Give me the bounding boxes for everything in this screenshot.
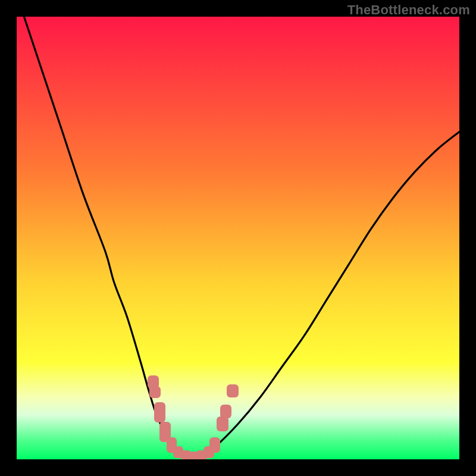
- watermark-text: TheBottleneck.com: [347, 2, 470, 18]
- plot-area: [17, 17, 459, 459]
- data-marker: [217, 416, 228, 431]
- data-marker: [154, 402, 165, 422]
- data-marker: [209, 437, 220, 453]
- data-marker: [220, 405, 231, 418]
- data-marker: [227, 384, 238, 397]
- chart-frame: TheBottleneck.com: [0, 0, 476, 476]
- data-marker: [149, 386, 161, 399]
